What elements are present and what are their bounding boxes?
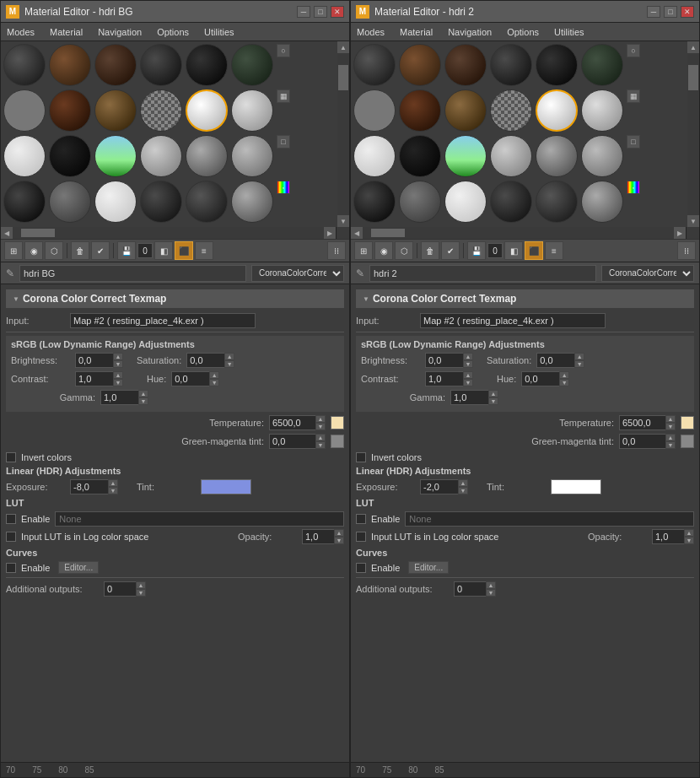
side-icon-box-2[interactable]: □ bbox=[627, 135, 640, 149]
thumb-1-14[interactable] bbox=[49, 135, 91, 177]
thumb-1-12[interactable] bbox=[231, 89, 273, 132]
opacity-input-2[interactable]: 1,0 bbox=[652, 529, 684, 544]
curves-editor-btn-2[interactable]: Editor... bbox=[408, 561, 449, 574]
hue-down-2[interactable]: ▼ bbox=[559, 379, 569, 386]
tb-sphere-1[interactable]: ◉ bbox=[24, 241, 43, 260]
collapse-icon-1[interactable]: ▼ bbox=[13, 295, 19, 303]
gamma-up-1[interactable]: ▲ bbox=[138, 390, 148, 397]
gm-down-2[interactable]: ▼ bbox=[665, 441, 676, 449]
thumb-1-7[interactable] bbox=[3, 89, 46, 132]
saturation-up-1[interactable]: ▲ bbox=[224, 353, 234, 360]
additional-down-2[interactable]: ▼ bbox=[486, 589, 496, 597]
thumb-2-22[interactable] bbox=[490, 181, 532, 223]
thumb-1-9[interactable] bbox=[94, 89, 137, 132]
tb-zero-2[interactable]: 0 bbox=[487, 243, 503, 258]
menu-modes-2[interactable]: Modes bbox=[354, 26, 387, 38]
menu-material-1[interactable]: Material bbox=[47, 26, 85, 38]
scroll-left-2[interactable]: ◀ bbox=[351, 227, 363, 239]
curves-checkbox-2[interactable] bbox=[356, 563, 366, 573]
tb-options-1[interactable]: ◧ bbox=[154, 241, 173, 260]
thumb-1-13[interactable] bbox=[3, 135, 46, 177]
brightness-down-2[interactable]: ▼ bbox=[463, 360, 473, 368]
minimize-button-2[interactable]: ─ bbox=[647, 6, 660, 18]
brightness-input-2[interactable]: 0,0 bbox=[425, 353, 463, 368]
thumb-2-18[interactable] bbox=[581, 135, 623, 177]
saturation-input-1[interactable]: 0,0 bbox=[186, 353, 224, 368]
thumb-1-6[interactable] bbox=[231, 44, 273, 86]
temp-input-1[interactable]: 6500,0 bbox=[269, 415, 315, 430]
opacity-down-2[interactable]: ▼ bbox=[684, 537, 694, 544]
tb-grid-2[interactable]: ⊞ bbox=[354, 241, 373, 260]
scroll-left-1[interactable]: ◀ bbox=[1, 227, 13, 239]
scroll-track-h-1[interactable] bbox=[13, 227, 324, 239]
temp-color-swatch-1[interactable] bbox=[331, 416, 344, 430]
temp-color-swatch-2[interactable] bbox=[681, 416, 694, 430]
thumb-2-1[interactable] bbox=[353, 44, 396, 86]
brightness-input-1[interactable]: 0,0 bbox=[75, 353, 113, 368]
scrollbar-v-1[interactable]: ▲ ▼ bbox=[337, 41, 349, 227]
hue-input-1[interactable]: 0,0 bbox=[171, 371, 209, 386]
tb-save-1[interactable]: 💾 bbox=[117, 241, 136, 260]
gamma-input-1[interactable]: 1,0 bbox=[100, 390, 138, 405]
tb-active-2[interactable]: ⬛ bbox=[525, 241, 543, 260]
gm-up-1[interactable]: ▲ bbox=[315, 434, 326, 441]
menu-utilities-2[interactable]: Utilities bbox=[552, 26, 586, 38]
additional-input-2[interactable]: 0 bbox=[454, 581, 486, 597]
scroll-right-2[interactable]: ▶ bbox=[674, 227, 686, 239]
curves-editor-btn-1[interactable]: Editor... bbox=[58, 561, 99, 574]
minimize-button-1[interactable]: ─ bbox=[297, 6, 310, 18]
scroll-track-h-2[interactable] bbox=[363, 227, 674, 239]
lut-enable-checkbox-1[interactable] bbox=[6, 514, 16, 524]
tb-corner-icons-2[interactable]: ⁞⁞ bbox=[677, 241, 696, 260]
texmap-dropdown-1[interactable]: CoronaColorCorre bbox=[251, 265, 344, 282]
tb-save-2[interactable]: 💾 bbox=[467, 241, 486, 260]
thumb-2-17[interactable] bbox=[536, 135, 578, 177]
collapse-icon-2[interactable]: ▼ bbox=[363, 295, 369, 303]
lut-none-input-1[interactable] bbox=[55, 511, 344, 527]
scroll-right-1[interactable]: ▶ bbox=[324, 227, 336, 239]
tb-sphere-2[interactable]: ◉ bbox=[374, 241, 393, 260]
scroll-thumb-v-1[interactable] bbox=[338, 65, 348, 90]
gamma-up-2[interactable]: ▲ bbox=[488, 390, 498, 397]
side-icon-sphere-2[interactable]: ○ bbox=[627, 44, 640, 57]
thumb-2-19[interactable] bbox=[353, 181, 396, 223]
thumb-1-20[interactable] bbox=[49, 181, 91, 223]
brightness-up-1[interactable]: ▲ bbox=[113, 353, 123, 360]
thumb-2-2[interactable] bbox=[399, 44, 441, 86]
additional-up-1[interactable]: ▲ bbox=[136, 581, 146, 589]
thumb-2-16[interactable] bbox=[490, 135, 532, 177]
gm-down-1[interactable]: ▼ bbox=[315, 441, 326, 449]
restore-button-2[interactable]: □ bbox=[664, 6, 677, 18]
side-icon-color-1[interactable]: ▪ bbox=[277, 181, 290, 194]
thumb-2-20[interactable] bbox=[399, 181, 441, 223]
thumb-1-17[interactable] bbox=[186, 135, 228, 177]
hue-down-1[interactable]: ▼ bbox=[209, 379, 219, 386]
thumb-1-10[interactable] bbox=[140, 89, 182, 132]
menu-modes-1[interactable]: Modes bbox=[4, 26, 37, 38]
side-icon-sphere-1[interactable]: ○ bbox=[277, 44, 290, 57]
exposure-down-2[interactable]: ▼ bbox=[458, 487, 468, 494]
scroll-thumb-h-1[interactable] bbox=[21, 229, 55, 237]
gm-color-swatch-2[interactable] bbox=[681, 435, 694, 448]
tint-swatch-1[interactable] bbox=[201, 479, 251, 494]
gm-input-1[interactable]: 0,0 bbox=[269, 434, 315, 449]
contrast-down-1[interactable]: ▼ bbox=[113, 379, 123, 386]
hue-input-2[interactable]: 0,0 bbox=[521, 371, 559, 386]
scroll-down-1[interactable]: ▼ bbox=[337, 215, 349, 227]
opacity-up-2[interactable]: ▲ bbox=[684, 529, 694, 537]
temp-down-2[interactable]: ▼ bbox=[665, 423, 676, 430]
gm-color-swatch-1[interactable] bbox=[331, 435, 344, 448]
gamma-down-2[interactable]: ▼ bbox=[488, 397, 498, 405]
material-name-input-1[interactable]: hdri BG bbox=[19, 265, 246, 282]
input-value-2[interactable]: Map #2 ( resting_place_4k.exr ) bbox=[420, 313, 606, 328]
temp-up-2[interactable]: ▲ bbox=[665, 415, 676, 423]
thumb-1-22[interactable] bbox=[140, 181, 182, 223]
thumb-2-4[interactable] bbox=[490, 44, 532, 86]
thumb-1-16[interactable] bbox=[140, 135, 182, 177]
opacity-input-1[interactable]: 1,0 bbox=[302, 529, 334, 544]
exposure-down-1[interactable]: ▼ bbox=[108, 487, 118, 494]
thumb-1-4[interactable] bbox=[140, 44, 182, 86]
tb-assign-1[interactable]: ✔ bbox=[91, 241, 110, 260]
opacity-down-1[interactable]: ▼ bbox=[334, 537, 344, 544]
invert-checkbox-1[interactable] bbox=[6, 452, 16, 462]
